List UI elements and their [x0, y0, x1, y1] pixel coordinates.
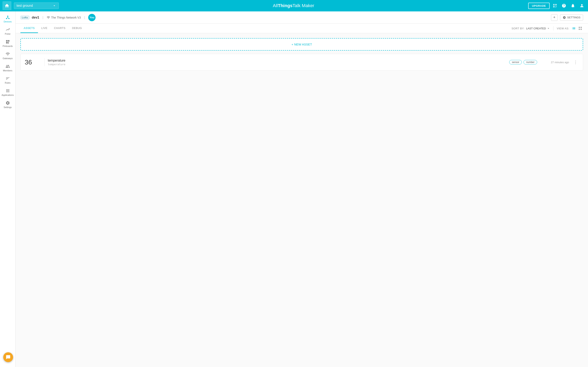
tab-debug[interactable]: DEBUG	[69, 24, 85, 33]
sidebar-label-pulse: Pulse	[5, 33, 11, 35]
sidebar-item-members[interactable]: Members	[1, 62, 15, 73]
main-layout: Devices Pulse Pinboards Gateways Members…	[0, 11, 588, 367]
sidebar-item-rules[interactable]: Rules	[1, 74, 15, 86]
asset-divider	[44, 58, 44, 66]
asset-tags: sensor number	[509, 60, 537, 64]
asset-tag-sensor: sensor	[509, 60, 522, 64]
asset-tag-number: number	[523, 60, 537, 64]
sidebar-item-devices[interactable]: Devices	[1, 13, 15, 25]
sort-selector[interactable]: LAST CREATED	[526, 27, 550, 30]
tab-live[interactable]: LIVE	[38, 24, 51, 33]
notification-button[interactable]	[569, 2, 577, 9]
sidebar-item-gateways[interactable]: Gateways	[1, 50, 15, 61]
project-name: test ground	[17, 4, 51, 8]
upgrade-button[interactable]: UPGRADE	[528, 3, 550, 9]
add-asset-button[interactable]: +	[551, 14, 558, 21]
brand-prefix: All	[273, 3, 278, 8]
separator-1: |	[43, 16, 43, 19]
brand-product: Maker	[301, 3, 314, 8]
brand-logo: AllThingsTalk Maker	[273, 3, 314, 8]
account-button[interactable]	[578, 2, 586, 9]
tabs-bar: ASSETS LIVE CHARTS DEBUG SORT BY: LAST C…	[16, 24, 588, 33]
project-selector[interactable]: test ground	[14, 2, 59, 9]
topbar: test ground AllThingsTalk Maker UPGRADE	[0, 0, 588, 11]
sidebar-label-applications: Applications	[2, 94, 14, 96]
user-badge: You	[88, 14, 95, 21]
brand-bold: Things	[278, 3, 293, 8]
view-separator	[553, 26, 553, 30]
view-grid-button[interactable]	[577, 25, 583, 31]
topbar-right: UPGRADE	[528, 2, 586, 9]
device-settings-button[interactable]: SETTINGS	[560, 15, 583, 21]
asset-info: temperature temperature	[48, 59, 506, 66]
view-list-button[interactable]	[571, 25, 577, 31]
qr-button[interactable]	[551, 2, 559, 9]
sort-value-text: LAST CREATED	[526, 27, 546, 30]
sidebar-label-rules: Rules	[5, 82, 10, 84]
sidebar-label-gateways: Gateways	[3, 57, 13, 59]
asset-type: temperature	[48, 63, 506, 66]
tab-assets[interactable]: ASSETS	[20, 24, 38, 33]
sidebar-item-pulse[interactable]: Pulse	[1, 25, 15, 37]
sidebar-label-members: Members	[3, 69, 12, 72]
chat-widget[interactable]	[3, 352, 13, 362]
sidebar-item-pinboards[interactable]: Pinboards	[1, 38, 15, 49]
sort-by-label: SORT BY:	[511, 27, 525, 30]
home-button[interactable]	[2, 1, 11, 10]
sidebar-label-devices: Devices	[4, 20, 12, 23]
brand-suffix: Talk	[293, 3, 301, 8]
sidebar-item-settings[interactable]: Settings	[1, 99, 15, 110]
content-area: LoRa dev1 | The Things Network V3 | You …	[16, 11, 588, 367]
network-info: The Things Network V3	[47, 16, 81, 19]
help-button[interactable]	[560, 2, 568, 9]
network-name: The Things Network V3	[51, 16, 81, 19]
view-as-label: VIEW AS:	[557, 27, 569, 30]
table-row: 36 temperature temperature sensor number…	[20, 54, 583, 71]
sort-bar: SORT BY: LAST CREATED VIEW AS:	[511, 25, 583, 31]
view-as-controls: VIEW AS:	[557, 25, 583, 31]
tab-charts[interactable]: CHARTS	[51, 24, 69, 33]
separator-2: |	[84, 16, 85, 19]
asset-time: 27 minutes ago	[540, 61, 569, 64]
sidebar: Devices Pulse Pinboards Gateways Members…	[0, 11, 16, 367]
device-name: dev1	[32, 16, 39, 19]
sidebar-item-applications[interactable]: Applications	[1, 86, 15, 98]
asset-value: 36	[25, 58, 41, 66]
settings-label: SETTINGS	[567, 16, 580, 19]
new-asset-button[interactable]: + NEW ASSET	[20, 38, 583, 50]
asset-menu-button[interactable]: ⋮	[572, 59, 579, 66]
main-content: + NEW ASSET 36 temperature temperature s…	[16, 33, 588, 367]
lora-badge: LoRa	[20, 16, 29, 19]
asset-name: temperature	[48, 59, 506, 62]
device-header: LoRa dev1 | The Things Network V3 | You …	[16, 11, 588, 24]
sidebar-label-pinboards: Pinboards	[3, 45, 13, 47]
sidebar-label-settings: Settings	[4, 106, 12, 108]
brand-center: AllThingsTalk Maker	[61, 3, 526, 8]
